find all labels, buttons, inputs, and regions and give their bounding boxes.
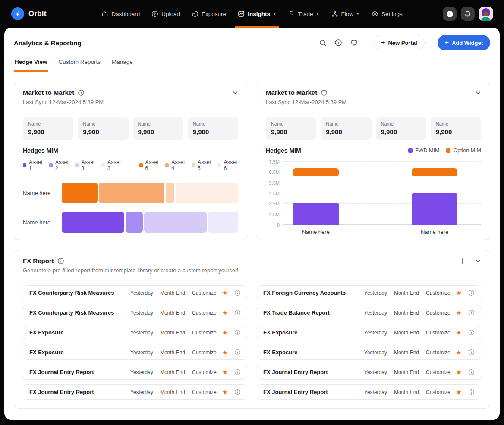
circle-info-icon[interactable]	[468, 369, 475, 375]
info-icon[interactable]	[78, 89, 85, 96]
report-meta-yesterday[interactable]: Yesterday	[364, 290, 387, 296]
tab-custom-reports[interactable]: Custom Reports	[58, 54, 102, 72]
notifications-button[interactable]	[461, 7, 475, 21]
circle-info-icon[interactable]	[234, 389, 241, 395]
report-meta-yesterday[interactable]: Yesterday	[130, 330, 153, 336]
report-meta-month-end[interactable]: Month End	[160, 330, 185, 336]
report-meta-yesterday[interactable]: Yesterday	[364, 369, 387, 375]
nav-item-dashboard[interactable]: Dashboard	[101, 0, 140, 28]
fx-report-row[interactable]: FX Journal Entry ReportYesterdayMonth En…	[257, 384, 481, 400]
report-meta-customize[interactable]: Customize	[192, 369, 217, 375]
info-icon[interactable]	[57, 258, 64, 264]
report-meta-yesterday[interactable]: Yesterday	[364, 389, 387, 395]
report-meta-customize[interactable]: Customize	[426, 310, 450, 316]
star-icon[interactable]: ★	[222, 389, 228, 395]
report-meta-customize[interactable]: Customize	[192, 330, 217, 336]
report-meta-month-end[interactable]: Month End	[394, 389, 419, 395]
fx-report-row[interactable]: FX ExposureYesterdayMonth EndCustomize★	[23, 345, 247, 360]
report-meta-customize[interactable]: Customize	[192, 389, 217, 395]
report-meta-month-end[interactable]: Month End	[160, 349, 185, 356]
circle-info-icon[interactable]	[468, 389, 475, 395]
circle-info-icon[interactable]	[468, 349, 475, 356]
bar-segment-asset-6[interactable]	[176, 183, 238, 203]
report-meta-customize[interactable]: Customize	[426, 290, 450, 296]
info-button[interactable]	[443, 7, 457, 21]
report-meta-month-end[interactable]: Month End	[394, 290, 419, 296]
report-meta-month-end[interactable]: Month End	[394, 330, 419, 336]
circle-info-icon[interactable]	[468, 309, 475, 316]
tab-manage[interactable]: Manage	[111, 54, 134, 72]
bar-segment-asset-4[interactable]	[99, 183, 164, 203]
collapse-chevron-icon[interactable]	[475, 90, 481, 96]
bar-segment-asset-6[interactable]	[62, 183, 98, 203]
bar-fwd-mim[interactable]	[293, 203, 339, 225]
report-meta-customize[interactable]: Customize	[426, 349, 450, 356]
nav-item-trade[interactable]: Trade▼	[288, 0, 320, 28]
star-icon[interactable]: ★	[222, 349, 228, 356]
nav-item-exposure[interactable]: Exposure	[192, 0, 226, 28]
fx-report-row[interactable]: FX ExposureYesterdayMonth EndCustomize★	[257, 325, 481, 340]
bar-segment-asset-1[interactable]	[62, 212, 124, 233]
bar-segment-asset-2[interactable]	[126, 212, 142, 233]
report-meta-yesterday[interactable]: Yesterday	[364, 330, 387, 336]
info-icon[interactable]	[334, 39, 342, 47]
add-widget-button[interactable]: + Add Widget	[438, 35, 490, 50]
circle-info-icon[interactable]	[234, 309, 241, 316]
circle-info-icon[interactable]	[234, 329, 241, 336]
fx-report-row[interactable]: FX ExposureYesterdayMonth EndCustomize★	[23, 325, 247, 340]
report-meta-month-end[interactable]: Month End	[160, 290, 185, 296]
report-meta-customize[interactable]: Customize	[426, 330, 450, 336]
circle-info-icon[interactable]	[468, 290, 475, 296]
fx-report-row[interactable]: FX Foreign Currency AccountsYesterdayMon…	[257, 285, 481, 300]
circle-info-icon[interactable]	[234, 369, 241, 375]
favorite-heart-icon[interactable]	[350, 39, 358, 47]
circle-info-icon[interactable]	[234, 349, 241, 356]
fx-report-row[interactable]: FX Journal Entry ReportYesterdayMonth En…	[23, 365, 247, 380]
nav-item-settings[interactable]: Settings	[372, 0, 403, 28]
report-meta-yesterday[interactable]: Yesterday	[364, 349, 387, 356]
bar-fwd-mim[interactable]	[412, 193, 457, 225]
tab-hedge-view[interactable]: Hedge View	[14, 54, 48, 72]
star-icon[interactable]: ★	[456, 329, 462, 336]
fx-report-row[interactable]: FX Journal Entry ReportYesterdayMonth En…	[23, 384, 247, 400]
collapse-chevron-icon[interactable]	[475, 258, 481, 264]
star-icon[interactable]: ★	[456, 290, 462, 296]
report-meta-customize[interactable]: Customize	[192, 310, 217, 316]
star-icon[interactable]: ★	[222, 309, 228, 316]
user-avatar[interactable]	[479, 7, 493, 21]
bar-segment-asset-3[interactable]	[208, 212, 238, 233]
search-icon[interactable]	[319, 39, 327, 47]
report-meta-customize[interactable]: Customize	[426, 369, 450, 375]
report-meta-month-end[interactable]: Month End	[394, 310, 419, 316]
bar-option-mim[interactable]	[293, 168, 339, 176]
fx-report-row[interactable]: FX Journal Entry ReportYesterdayMonth En…	[257, 365, 481, 380]
report-meta-yesterday[interactable]: Yesterday	[364, 310, 387, 316]
report-meta-yesterday[interactable]: Yesterday	[130, 290, 153, 296]
nav-item-flow[interactable]: Flow▼	[331, 0, 360, 28]
new-portal-button[interactable]: + New Portal	[374, 35, 425, 50]
star-icon[interactable]: ★	[456, 389, 462, 395]
add-report-icon[interactable]	[459, 258, 466, 264]
fx-report-row[interactable]: FX Counterparty Risk MeasuresYesterdayMo…	[23, 285, 247, 300]
circle-info-icon[interactable]	[234, 290, 241, 296]
star-icon[interactable]: ★	[456, 309, 462, 316]
collapse-chevron-icon[interactable]	[232, 90, 238, 96]
report-meta-month-end[interactable]: Month End	[394, 349, 419, 356]
fx-report-row[interactable]: FX Counterparty Risk MeasuresYesterdayMo…	[23, 305, 247, 320]
star-icon[interactable]: ★	[456, 369, 462, 375]
report-meta-month-end[interactable]: Month End	[394, 369, 419, 375]
report-meta-customize[interactable]: Customize	[426, 389, 450, 395]
report-meta-customize[interactable]: Customize	[192, 349, 217, 356]
star-icon[interactable]: ★	[456, 349, 462, 356]
fx-report-row[interactable]: FX Trade Balance ReportYesterdayMonth En…	[257, 305, 481, 320]
info-icon[interactable]	[321, 89, 328, 96]
bar-segment-asset-3[interactable]	[144, 212, 207, 233]
bar-segment-asset-5[interactable]	[166, 183, 174, 203]
report-meta-month-end[interactable]: Month End	[160, 369, 185, 375]
report-meta-month-end[interactable]: Month End	[160, 389, 185, 395]
star-icon[interactable]: ★	[222, 329, 228, 336]
report-meta-yesterday[interactable]: Yesterday	[130, 369, 153, 375]
fx-report-row[interactable]: FX ExposureYesterdayMonth EndCustomize★	[257, 345, 481, 360]
report-meta-yesterday[interactable]: Yesterday	[130, 349, 153, 356]
nav-item-insights[interactable]: Insights▼	[238, 0, 277, 28]
